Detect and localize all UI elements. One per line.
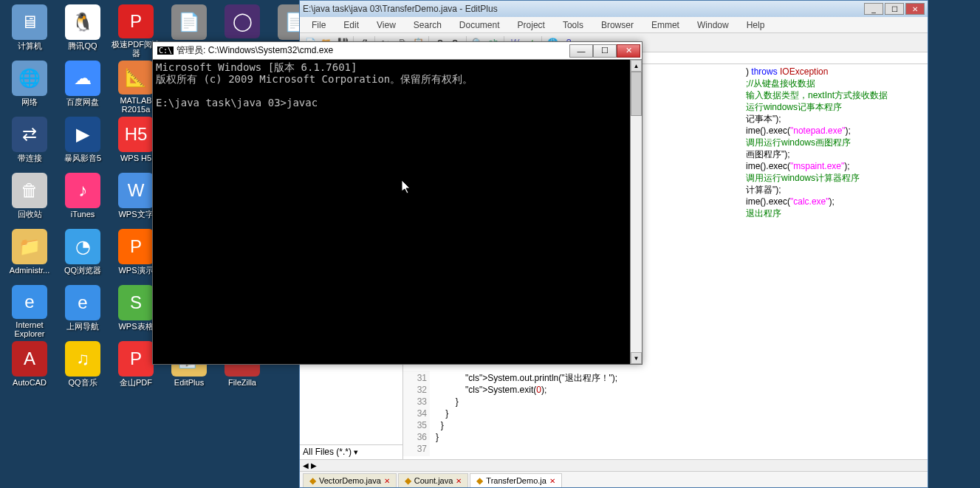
close-tab-icon[interactable]: ✕ xyxy=(456,477,462,485)
file-filter[interactable]: All Files (*.*) ▾ xyxy=(300,444,402,459)
desktop-icon[interactable]: eInternet Explorer xyxy=(3,285,56,338)
desktop-icon[interactable]: 🖥计算机 xyxy=(3,4,56,58)
menu-project[interactable]: Project xyxy=(510,18,552,32)
desktop-icon[interactable]: ♫QQ音乐 xyxy=(56,341,109,394)
cmd-scrollbar[interactable]: ▲ ▼ xyxy=(630,60,642,364)
desktop-icon[interactable]: ▶暴风影音5 xyxy=(56,117,109,170)
desktop-icon[interactable]: e上网导航 xyxy=(56,285,109,338)
editor-tab[interactable]: ◆ VectorDemo.java✕ xyxy=(303,473,397,487)
menu-tools[interactable]: Tools xyxy=(555,18,591,32)
maximize-button[interactable]: ☐ xyxy=(885,3,904,15)
cmd-titlebar[interactable]: C:\ 管理员: C:\Windows\System32\cmd.exe — ☐… xyxy=(153,42,642,60)
desktop-icon[interactable]: 📁Administr... xyxy=(3,229,56,282)
close-tab-icon[interactable]: ✕ xyxy=(549,477,555,485)
editplus-menubar: FileEditViewSearchDocumentProjectToolsBr… xyxy=(300,17,928,33)
desktop-icon[interactable]: AAutoCAD xyxy=(3,341,56,394)
menu-file[interactable]: File xyxy=(304,18,333,32)
cmd-window: C:\ 管理员: C:\Windows\System32\cmd.exe — ☐… xyxy=(152,41,643,365)
editplus-titlebar[interactable]: E:\java task\java 03\TransferDemo.java -… xyxy=(300,1,928,17)
desktop-icon[interactable]: 🌐网络 xyxy=(3,61,56,114)
cmd-minimize-button[interactable]: — xyxy=(569,44,593,58)
horizontal-scrollbar[interactable]: ◀ ▶ xyxy=(300,459,928,471)
cmd-icon: C:\ xyxy=(157,47,174,55)
desktop-icon[interactable]: ◔QQ浏览器 xyxy=(56,229,109,282)
menu-edit[interactable]: Edit xyxy=(336,18,366,32)
minimize-button[interactable]: _ xyxy=(864,3,883,15)
menu-view[interactable]: View xyxy=(369,18,403,32)
menu-emmet[interactable]: Emmet xyxy=(644,18,687,32)
menu-window[interactable]: Window xyxy=(690,18,736,32)
close-tab-icon[interactable]: ✕ xyxy=(384,477,390,485)
desktop-icon[interactable]: 🗑回收站 xyxy=(3,173,56,226)
cmd-title-text: 管理员: C:\Windows\System32\cmd.exe xyxy=(177,44,333,57)
scroll-down-icon[interactable]: ▼ xyxy=(631,352,642,364)
menu-search[interactable]: Search xyxy=(406,18,449,32)
close-button[interactable]: ✕ xyxy=(905,3,925,15)
editplus-tabs: ◆ VectorDemo.java✕◆ Count.java✕◆ Transfe… xyxy=(300,471,928,487)
cmd-close-button[interactable]: ✕ xyxy=(617,44,640,58)
menu-help[interactable]: Help xyxy=(739,18,772,32)
scroll-thumb[interactable] xyxy=(631,72,642,116)
desktop-icon[interactable]: ♪iTunes xyxy=(56,173,109,226)
cmd-terminal[interactable]: Microsoft Windows [版本 6.1.7601] 版权所有 (c)… xyxy=(153,60,642,364)
editplus-title: E:\java task\java 03\TransferDemo.java -… xyxy=(303,4,498,14)
scroll-up-icon[interactable]: ▲ xyxy=(631,60,642,72)
editor-tab[interactable]: ◆ Count.java✕ xyxy=(398,473,469,487)
desktop-icon[interactable]: 🐧腾讯QQ xyxy=(56,4,109,58)
menu-browser[interactable]: Browser xyxy=(594,18,641,32)
desktop-icon[interactable]: ☁百度网盘 xyxy=(56,61,109,114)
cmd-maximize-button[interactable]: ☐ xyxy=(593,44,617,58)
editor-tab[interactable]: ◆ TransferDemo.ja✕ xyxy=(470,473,562,487)
menu-document[interactable]: Document xyxy=(452,18,507,32)
desktop-icon[interactable]: ⇄带连接 xyxy=(3,117,56,170)
